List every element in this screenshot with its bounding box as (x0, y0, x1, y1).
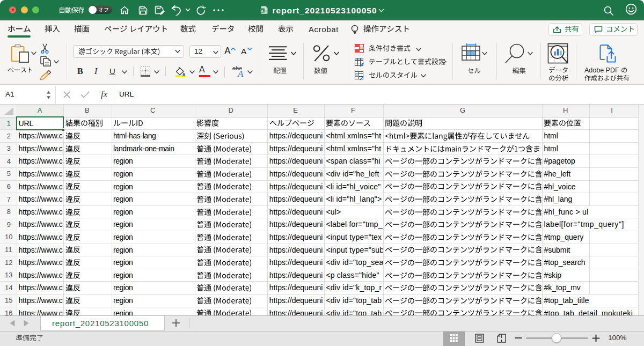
svg-text:a: a (265, 9, 267, 13)
